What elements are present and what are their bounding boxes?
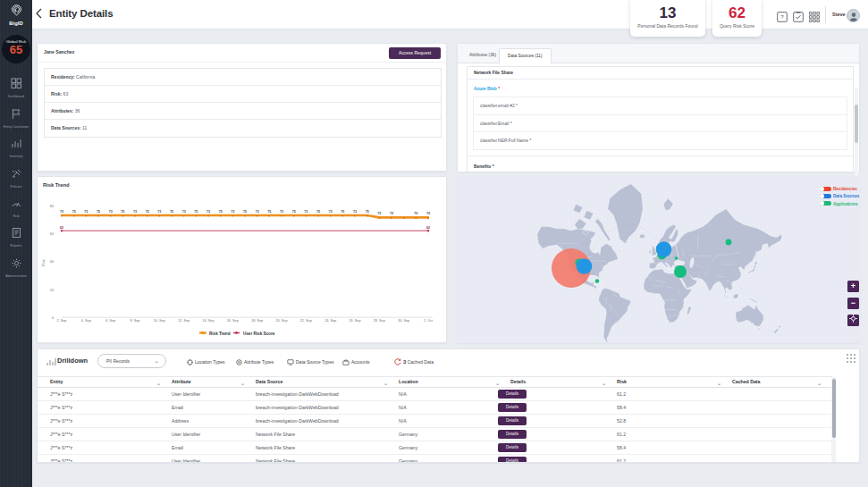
svg-text:12. Sep: 12. Sep	[178, 319, 190, 323]
svg-text:75: 75	[267, 210, 271, 214]
svg-text:72: 72	[426, 212, 430, 215]
svg-text:8. Sep: 8. Sep	[131, 319, 140, 323]
svg-text:73: 73	[256, 210, 259, 214]
svg-text:24. Sep: 24. Sep	[324, 319, 336, 323]
svg-text:73: 73	[304, 210, 308, 214]
svg-text:75: 75	[146, 210, 149, 214]
svg-text:30. Sep: 30. Sep	[398, 319, 409, 323]
svg-text:Risk Trend: Risk Trend	[209, 332, 231, 336]
svg-text:2. Sep: 2. Sep	[57, 319, 67, 323]
svg-text:18. Sep: 18. Sep	[251, 319, 263, 323]
svg-text:User Risk Score: User Risk Score	[243, 332, 275, 336]
svg-text:73: 73	[157, 210, 161, 214]
svg-text:10. Sep: 10. Sep	[154, 319, 165, 323]
svg-text:73: 73	[329, 210, 333, 214]
svg-text:73: 73	[206, 210, 210, 214]
svg-text:72: 72	[414, 212, 417, 215]
svg-text:62: 62	[426, 226, 430, 230]
svg-text:16. Sep: 16. Sep	[227, 319, 239, 323]
svg-text:73: 73	[353, 210, 357, 214]
svg-text:14. Sep: 14. Sep	[202, 319, 214, 323]
svg-text:80: 80	[50, 205, 54, 208]
svg-text:26. Sep: 26. Sep	[349, 319, 360, 323]
svg-text:20. Sep: 20. Sep	[275, 319, 287, 323]
svg-text:?: ?	[780, 14, 784, 20]
svg-text:0: 0	[52, 316, 54, 320]
svg-text:40: 40	[50, 260, 54, 264]
svg-text:75: 75	[341, 210, 344, 214]
svg-text:75: 75	[219, 210, 223, 214]
svg-text:73: 73	[133, 210, 137, 214]
svg-text:75: 75	[292, 210, 296, 214]
svg-text:75: 75	[316, 210, 320, 214]
svg-text:73: 73	[280, 210, 283, 214]
svg-text:73: 73	[109, 210, 113, 214]
svg-text:73: 73	[60, 210, 63, 214]
svg-text:72: 72	[390, 212, 393, 215]
svg-text:75: 75	[97, 210, 100, 214]
svg-text:Risk Trend: Risk Trend	[43, 182, 70, 188]
svg-text:20: 20	[50, 289, 54, 292]
svg-text:73: 73	[84, 210, 88, 214]
svg-text:75: 75	[72, 210, 76, 214]
svg-text:62: 62	[60, 226, 63, 230]
svg-text:60: 60	[50, 232, 54, 236]
svg-text:73: 73	[231, 210, 234, 214]
svg-text:72: 72	[377, 212, 381, 215]
svg-text:75: 75	[121, 210, 124, 214]
svg-text:22. Sep: 22. Sep	[300, 319, 312, 323]
svg-text:28. Sep: 28. Sep	[374, 319, 385, 323]
svg-text:4. Sep: 4. Sep	[81, 319, 91, 323]
svg-text:75: 75	[366, 210, 369, 214]
svg-text:75: 75	[194, 210, 198, 214]
svg-text:2. Oct: 2. Oct	[424, 319, 434, 323]
svg-text:75: 75	[170, 210, 173, 214]
svg-text:6. Sep: 6. Sep	[105, 319, 115, 323]
svg-text:75: 75	[243, 210, 247, 214]
svg-text:73: 73	[182, 210, 186, 214]
svg-text:Risk: Risk	[42, 259, 46, 265]
